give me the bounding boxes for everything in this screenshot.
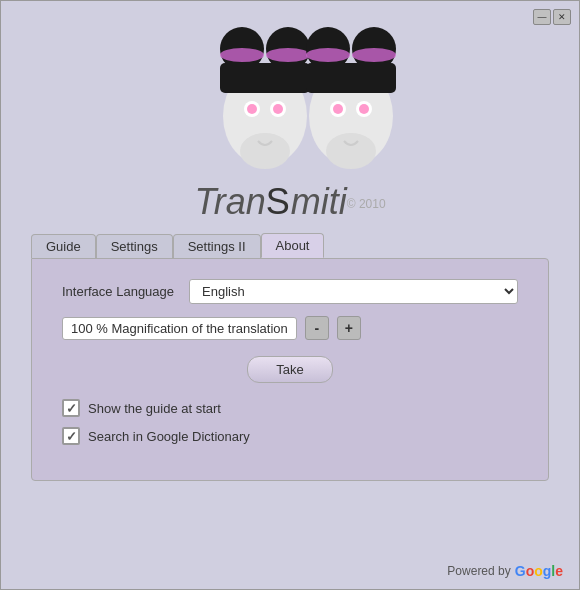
title-copyright: © 2010 (347, 197, 386, 211)
powered-by-footer: Powered by Google (447, 563, 563, 579)
magnification-minus-button[interactable]: - (305, 316, 329, 340)
language-row: Interface Language English French Spanis… (62, 279, 518, 304)
google-dict-row: Search in Google Dictionary (62, 427, 518, 445)
svg-rect-20 (306, 63, 396, 93)
tabs-bar: Guide Settings Settings II About (31, 233, 549, 258)
title-miti: miti (291, 181, 347, 222)
logo-area: TranSmiti© 2010 (1, 1, 579, 233)
magnification-row: 100 % Magnification of the translation -… (62, 316, 518, 340)
app-title: TranSmiti© 2010 (194, 181, 385, 223)
svg-point-13 (306, 48, 350, 62)
take-button[interactable]: Take (247, 356, 332, 383)
google-dict-label: Search in Google Dictionary (88, 429, 250, 444)
magnification-plus-button[interactable]: + (337, 316, 361, 340)
tab-about[interactable]: About (261, 233, 325, 258)
minimize-button[interactable]: — (533, 9, 551, 25)
settings-panel: Interface Language English French Spanis… (31, 258, 549, 481)
svg-point-2 (220, 48, 264, 62)
powered-by-text: Powered by (447, 564, 510, 578)
close-button[interactable]: ✕ (553, 9, 571, 25)
svg-point-19 (359, 104, 369, 114)
google-logo: Google (515, 563, 563, 579)
o2-letter: o (534, 563, 543, 579)
svg-point-14 (352, 48, 396, 62)
svg-point-7 (247, 104, 257, 114)
svg-point-3 (266, 48, 310, 62)
language-select[interactable]: English French Spanish German Italian (189, 279, 518, 304)
mascot-image (180, 21, 400, 181)
e-letter: e (555, 563, 563, 579)
tab-settings2[interactable]: Settings II (173, 234, 261, 258)
g-letter: G (515, 563, 526, 579)
title-bar: — ✕ (533, 9, 571, 25)
svg-point-18 (333, 104, 343, 114)
title-tran: Tran (194, 181, 265, 222)
google-dict-checkbox[interactable] (62, 427, 80, 445)
svg-point-10 (240, 133, 290, 169)
svg-point-21 (326, 133, 376, 169)
show-guide-checkbox[interactable] (62, 399, 80, 417)
tab-guide[interactable]: Guide (31, 234, 96, 258)
svg-point-8 (273, 104, 283, 114)
o1-letter: o (526, 563, 535, 579)
title-s: S (266, 181, 291, 222)
tab-settings[interactable]: Settings (96, 234, 173, 258)
language-label: Interface Language (62, 284, 174, 299)
show-guide-row: Show the guide at start (62, 399, 518, 417)
svg-rect-9 (220, 63, 310, 93)
show-guide-label: Show the guide at start (88, 401, 221, 416)
take-button-row: Take (62, 356, 518, 383)
app-window: — ✕ (0, 0, 580, 590)
magnification-label: 100 % Magnification of the translation (62, 317, 297, 340)
